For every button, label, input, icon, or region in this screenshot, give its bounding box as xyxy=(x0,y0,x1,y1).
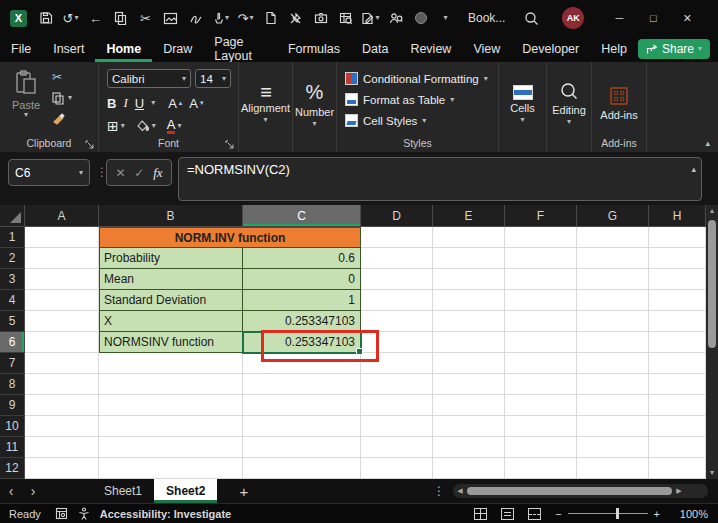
sheet-tab-sheet1[interactable]: Sheet1 xyxy=(92,479,154,503)
cell-H3[interactable] xyxy=(649,269,706,290)
cell-D6[interactable] xyxy=(361,332,433,353)
cell-A9[interactable] xyxy=(25,395,99,416)
cell-C4[interactable]: 1 xyxy=(243,290,361,311)
tab-draw[interactable]: Draw xyxy=(152,36,203,62)
column-header-H[interactable]: H xyxy=(649,205,706,227)
undo-icon[interactable]: ↺▾ xyxy=(58,5,83,31)
paste-button[interactable]: Paste ▾ xyxy=(8,70,44,132)
row-header-1[interactable]: 1 xyxy=(0,227,25,248)
zoom-slider[interactable] xyxy=(568,513,648,514)
cell-B3[interactable]: Mean xyxy=(99,269,243,290)
cell-E8[interactable] xyxy=(433,374,505,395)
cell-D8[interactable] xyxy=(361,374,433,395)
horizontal-scroll-thumb[interactable] xyxy=(467,487,672,495)
share-button[interactable]: Share ▾ xyxy=(638,39,710,59)
cell-E4[interactable] xyxy=(433,290,505,311)
cell-F8[interactable] xyxy=(505,374,577,395)
row-header-11[interactable]: 11 xyxy=(0,437,25,458)
redo-icon[interactable]: ↷▾ xyxy=(233,5,258,31)
table-lookup-icon[interactable] xyxy=(333,5,358,31)
cell-E5[interactable] xyxy=(433,311,505,332)
font-color-button[interactable]: A ▾ xyxy=(167,118,182,135)
cell-H5[interactable] xyxy=(649,311,706,332)
cell-H8[interactable] xyxy=(649,374,706,395)
column-header-G[interactable]: G xyxy=(577,205,649,227)
cell-A7[interactable] xyxy=(25,353,99,374)
row-header-5[interactable]: 5 xyxy=(0,311,25,332)
accessibility-icon[interactable] xyxy=(78,507,90,520)
cell-H2[interactable] xyxy=(649,248,706,269)
camera-icon[interactable] xyxy=(308,5,333,31)
conditional-formatting-button[interactable]: Conditional Formatting▾ xyxy=(345,68,498,89)
cell-E1[interactable] xyxy=(433,227,505,248)
cell-G4[interactable] xyxy=(577,290,649,311)
cell-B9[interactable] xyxy=(99,395,243,416)
cell-H7[interactable] xyxy=(649,353,706,374)
cell-B11[interactable] xyxy=(99,437,243,458)
back-icon[interactable]: ← xyxy=(83,5,108,31)
cell-G6[interactable] xyxy=(577,332,649,353)
number-button[interactable]: % Number ▾ xyxy=(293,62,336,152)
cell-D2[interactable] xyxy=(361,248,433,269)
new-sheet-button[interactable]: + xyxy=(239,483,248,500)
cell-G12[interactable] xyxy=(577,458,649,479)
cell-table-title[interactable]: NORM.INV function xyxy=(99,227,361,248)
save-icon[interactable] xyxy=(33,5,58,31)
row-header-6[interactable]: 6 xyxy=(0,332,25,353)
cell-G8[interactable] xyxy=(577,374,649,395)
cell-E2[interactable] xyxy=(433,248,505,269)
shrink-font-button[interactable]: A▾ xyxy=(189,96,203,111)
cell-H4[interactable] xyxy=(649,290,706,311)
grow-font-button[interactable]: A▴ xyxy=(168,96,182,111)
column-header-A[interactable]: A xyxy=(25,205,99,227)
cell-B7[interactable] xyxy=(99,353,243,374)
clipboard-dialog-launcher-icon[interactable] xyxy=(85,140,94,149)
vertical-scrollbar[interactable]: ▴ ▾ xyxy=(706,205,718,479)
font-size-combo[interactable]: 14▾ xyxy=(195,69,231,88)
cell-G11[interactable] xyxy=(577,437,649,458)
cell-B10[interactable] xyxy=(99,416,243,437)
cell-G10[interactable] xyxy=(577,416,649,437)
qat-overflow-icon[interactable]: ▾ xyxy=(433,5,458,31)
tab-insert[interactable]: Insert xyxy=(42,36,95,62)
horizontal-scrollbar[interactable]: ◀ ▶ xyxy=(453,484,708,498)
scroll-down-icon[interactable]: ▾ xyxy=(710,467,714,479)
copy-icon[interactable] xyxy=(108,5,133,31)
row-header-4[interactable]: 4 xyxy=(0,290,25,311)
record-icon[interactable] xyxy=(408,5,433,31)
cell-B4[interactable]: Standard Deviation xyxy=(99,290,243,311)
scroll-left-icon[interactable]: ◀ xyxy=(453,487,467,495)
scroll-right-icon[interactable]: ▶ xyxy=(672,487,686,495)
cell-C9[interactable] xyxy=(243,395,361,416)
insert-function-icon[interactable]: fx xyxy=(153,165,162,181)
zoom-in-icon[interactable]: + xyxy=(654,508,660,520)
cell-D12[interactable] xyxy=(361,458,433,479)
cell-C3[interactable]: 0 xyxy=(243,269,361,290)
new-file-icon[interactable] xyxy=(258,5,283,31)
select-all-button[interactable] xyxy=(0,205,25,227)
cell-A11[interactable] xyxy=(25,437,99,458)
touch-icon[interactable]: ▾ xyxy=(208,5,233,31)
contact-lookup-icon[interactable] xyxy=(383,5,408,31)
close-icon[interactable]: × xyxy=(670,3,704,33)
cell-C10[interactable] xyxy=(243,416,361,437)
sheet-prev-icon[interactable]: ‹ xyxy=(0,483,22,499)
cell-B6[interactable]: NORMSINV function xyxy=(99,332,243,353)
cell-G7[interactable] xyxy=(577,353,649,374)
cell-F2[interactable] xyxy=(505,248,577,269)
cell-D10[interactable] xyxy=(361,416,433,437)
ink-icon[interactable] xyxy=(183,5,208,31)
cell-D7[interactable] xyxy=(361,353,433,374)
pin-icon[interactable] xyxy=(283,5,308,31)
column-header-F[interactable]: F xyxy=(505,205,577,227)
cut-icon[interactable]: ✂ xyxy=(133,5,158,31)
cell-F11[interactable] xyxy=(505,437,577,458)
page-break-view-icon[interactable] xyxy=(528,508,541,520)
row-header-10[interactable]: 10 xyxy=(0,416,25,437)
cell-F12[interactable] xyxy=(505,458,577,479)
cell-B12[interactable] xyxy=(99,458,243,479)
cell-A4[interactable] xyxy=(25,290,99,311)
sheet-options-icon[interactable]: ⋮ xyxy=(433,484,453,498)
cell-E11[interactable] xyxy=(433,437,505,458)
cell-D3[interactable] xyxy=(361,269,433,290)
